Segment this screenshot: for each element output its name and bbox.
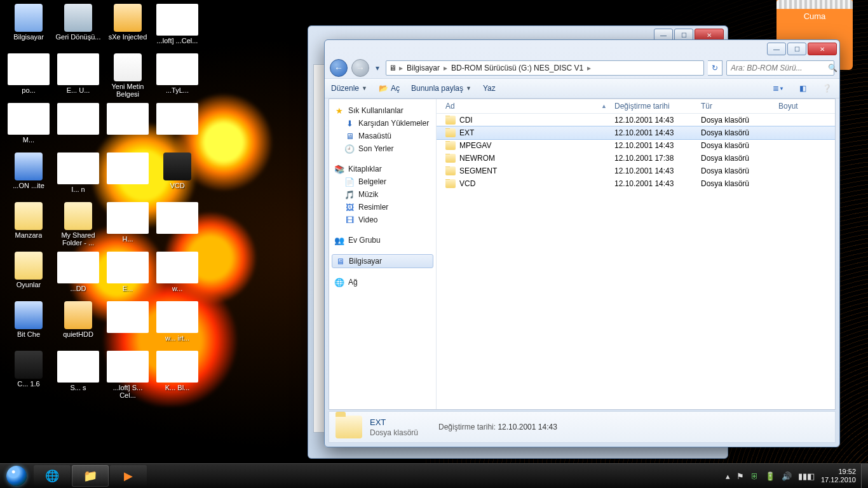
desktop-icon[interactable]: ...loft] ...Cel... [153, 3, 202, 52]
desktop-icon[interactable]: My Shared Folder - ... [53, 201, 103, 250]
open-button[interactable]: 📂Aç [379, 84, 400, 93]
taskbar-explorer[interactable]: 📁 [72, 465, 109, 487]
col-date[interactable]: Değiştirme tarihi [611, 102, 697, 111]
desktop-icon[interactable] [153, 102, 202, 151]
table-row[interactable]: MPEGAV12.10.2001 14:43Dosya klasörü [437, 139, 835, 152]
taskbar-ie[interactable]: 🌐 [34, 465, 71, 487]
desktop-icon[interactable] [103, 151, 153, 201]
desktop-icon-label: w... irt... [165, 334, 189, 342]
desktop-icon[interactable]: ...TyL... [153, 52, 202, 102]
nav-pictures[interactable]: 🖼Resimler [332, 201, 433, 214]
nav-downloads[interactable]: ⬇Karşıdan Yüklemeler [332, 117, 433, 130]
desktop-icon-label: C... 1.6 [17, 380, 39, 388]
table-row[interactable]: CDI12.10.2001 14:43Dosya klasörü [437, 114, 835, 126]
desktop-icon[interactable]: ...DD [53, 250, 103, 300]
share-button[interactable]: Bununla paylaş▼ [411, 84, 471, 93]
redacted-icon [156, 53, 198, 85]
titlebar[interactable]: — ☐ ✕ [325, 40, 839, 58]
desktop-icon[interactable]: ...ON ...ite [4, 151, 53, 201]
nav-libraries[interactable]: 📚Kitaplıklar [332, 163, 433, 175]
desktop-icon[interactable]: H... [103, 201, 153, 250]
desktop-icon[interactable]: I... n [53, 151, 103, 201]
desktop-icon[interactable]: Manzara [4, 201, 53, 250]
taskbar-media-player[interactable]: ▶ [110, 465, 147, 487]
taskbar[interactable]: 🌐 📁 ▶ ▴ ⚑ ⛨ 🔋 🔊 ▮▮◧ 19:52 17.12.2010 [0, 463, 868, 488]
desktop-icon[interactable] [103, 300, 153, 349]
navigation-pane[interactable]: ★Sık Kullanılanlar ⬇Karşıdan Yüklemeler … [329, 99, 437, 409]
close-button[interactable]: ✕ [808, 43, 837, 55]
desktop-icon[interactable]: Geri Dönüşü... [53, 3, 103, 52]
preview-pane-button[interactable]: ◧ [796, 82, 809, 95]
search-icon: 🔍 [828, 64, 837, 72]
nav-network[interactable]: 🌐Ağ [332, 276, 433, 288]
desktop-icon[interactable]: Bit Che [4, 300, 53, 349]
desktop-icon[interactable]: S... s [53, 349, 103, 399]
file-rows: CDI12.10.2001 14:43Dosya klasörüEXT12.10… [437, 114, 835, 409]
nav-music[interactable]: 🎵Müzik [332, 188, 433, 201]
desktop-icon[interactable]: Oyunlar [4, 250, 53, 300]
battery-icon[interactable]: 🔋 [765, 471, 775, 481]
desktop-icon[interactable] [53, 102, 103, 151]
explorer-window[interactable]: — ☐ ✕ ← → ▾ 🖥 ▸ Bilgisayar ▸ BD-ROM Sürü… [324, 39, 840, 447]
address-bar[interactable]: 🖥 ▸ Bilgisayar ▸ BD-ROM Sürücüsü (G:) NE… [386, 60, 704, 76]
desktop[interactable]: BilgisayarGeri Dönüşü...sXe Injected...l… [0, 0, 868, 488]
table-row[interactable]: NEWROM12.10.2001 17:38Dosya klasörü [437, 152, 835, 165]
desktop-icon[interactable]: quietHDD [53, 300, 103, 349]
table-row[interactable]: VCD12.10.2001 14:43Dosya klasörü [437, 177, 835, 190]
desktop-icon[interactable] [153, 201, 202, 250]
desktop-icon[interactable]: E... U... [53, 52, 103, 102]
desktop-icon[interactable]: w... [153, 250, 202, 300]
forward-button[interactable]: → [351, 59, 369, 77]
minimize-button[interactable]: — [767, 43, 786, 55]
desktop-icon[interactable]: po... [4, 52, 53, 102]
nav-desktop[interactable]: 🖥Masaüstü [332, 130, 433, 142]
refresh-button[interactable]: ↻ [708, 60, 722, 76]
col-type[interactable]: Tür [697, 102, 775, 111]
nav-history-dropdown[interactable]: ▾ [373, 61, 382, 75]
desktop-icon[interactable]: M... [4, 102, 53, 151]
search-input[interactable] [729, 63, 828, 73]
folder-icon [445, 128, 456, 137]
maximize-button[interactable]: ☐ [787, 43, 806, 55]
tray-overflow-icon[interactable]: ▴ [726, 471, 730, 481]
desktop-icon[interactable]: w... irt... [153, 300, 202, 349]
desktop-icon[interactable]: K... Bl... [153, 349, 202, 399]
table-row[interactable]: SEGMENT12.10.2001 14:43Dosya klasörü [437, 165, 835, 177]
breadcrumb-seg-computer[interactable]: Bilgisayar [405, 64, 441, 72]
desktop-icon[interactable]: sXe Injected [103, 3, 153, 52]
table-row[interactable]: EXT12.10.2001 14:43Dosya klasörü [437, 126, 835, 139]
network-icon[interactable]: ▮▮◧ [798, 471, 815, 481]
help-button[interactable]: ❔ [820, 82, 833, 95]
col-name[interactable]: Ad▲ [442, 102, 611, 111]
desktop-icon[interactable]: VCD [153, 151, 202, 201]
desktop-icon: 🖥 [344, 131, 355, 141]
nav-recent[interactable]: 🕘Son Yerler [332, 142, 433, 155]
desktop-icon[interactable] [103, 102, 153, 151]
volume-icon[interactable]: 🔊 [782, 471, 792, 481]
nav-videos[interactable]: 🎞Video [332, 214, 433, 226]
search-box[interactable]: 🔍 [726, 60, 834, 76]
start-button[interactable] [0, 464, 33, 488]
organize-button[interactable]: Düzenle▼ [331, 84, 367, 93]
shield-icon[interactable]: ⛨ [750, 471, 759, 481]
view-options-button[interactable]: ≣▼ [772, 82, 785, 95]
show-desktop-button[interactable] [861, 464, 868, 488]
nav-homegroup[interactable]: 👥Ev Grubu [332, 234, 433, 247]
nav-computer[interactable]: 🖥Bilgisayar [332, 254, 433, 268]
desktop-icon[interactable]: ...loft] S... Cel... [103, 349, 153, 399]
desktop-icon[interactable]: C... 1.6 [4, 349, 53, 399]
col-size[interactable]: Boyut [775, 102, 833, 111]
burn-button[interactable]: Yaz [483, 84, 496, 93]
desktop-icon[interactable]: E... [103, 250, 153, 300]
nav-favorites[interactable]: ★Sık Kullanılanlar [332, 104, 433, 117]
command-bar: Düzenle▼ 📂Aç Bununla paylaş▼ Yaz ≣▼ ◧ ❔ [325, 78, 839, 98]
desktop-icon[interactable]: Bilgisayar [4, 3, 53, 52]
desktop-icon[interactable]: Yeni Metin Belgesi [103, 52, 153, 102]
back-button[interactable]: ← [330, 59, 348, 77]
tray-clock[interactable]: 19:52 17.12.2010 [821, 468, 856, 484]
breadcrumb-seg-drive[interactable]: BD-ROM Sürücüsü (G:) NES_DISC V1 [450, 64, 585, 72]
flag-icon[interactable]: ⚑ [736, 471, 744, 481]
desktop-icon-label: ...loft] S... Cel... [104, 384, 151, 399]
nav-documents[interactable]: 📄Belgeler [332, 175, 433, 188]
breadcrumb-sep-icon: ▸ [444, 64, 447, 72]
